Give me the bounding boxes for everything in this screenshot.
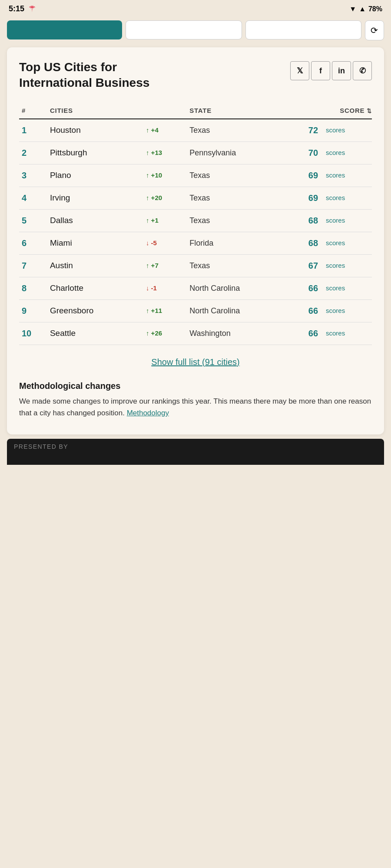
rank-cell: 1 [19, 119, 47, 142]
city-cell: Plano [47, 164, 140, 187]
state-cell: Texas [187, 119, 292, 142]
change-cell: ↑ +20 [140, 187, 187, 209]
change-cell: ↓ -1 [140, 277, 187, 299]
change-cell: ↑ +1 [140, 209, 187, 232]
scores-label-cell: scores [321, 209, 372, 232]
city-cell: Houston [47, 119, 140, 142]
city-cell: Miami [47, 232, 140, 254]
state-header: STATE [187, 103, 292, 119]
tesla-icon [28, 5, 36, 13]
rank-cell: 7 [19, 254, 47, 277]
score-cell: 68 [292, 209, 321, 232]
score-cell: 70 [292, 141, 321, 164]
table-row[interactable]: 8 Charlotte ↓ -1 North Carolina 66 score… [19, 277, 372, 299]
whatsapp-share-button[interactable]: ✆ [353, 61, 372, 80]
state-cell: North Carolina [187, 277, 292, 299]
state-cell: Texas [187, 164, 292, 187]
methodology-title: Methodological changes [19, 381, 372, 391]
table-header-row: # CITIES STATE SCORE ⇅ [19, 103, 372, 119]
change-cell: ↑ +11 [140, 299, 187, 322]
rank-cell: 10 [19, 322, 47, 345]
methodology-text: We made some changes to improve our rank… [19, 395, 372, 419]
state-cell: Florida [187, 232, 292, 254]
score-cell: 67 [292, 254, 321, 277]
score-cell: 66 [292, 277, 321, 299]
city-cell: Pittsburgh [47, 141, 140, 164]
signal-icon: ▲ [359, 5, 366, 13]
table-row[interactable]: 4 Irving ↑ +20 Texas 69 scores [19, 187, 372, 209]
methodology-link[interactable]: Methodology [127, 409, 169, 417]
tab-bar: ⟳ [0, 18, 391, 43]
score-cell: 66 [292, 322, 321, 345]
scores-label-cell: scores [321, 119, 372, 142]
facebook-share-button[interactable]: f [311, 61, 330, 80]
rank-cell: 4 [19, 187, 47, 209]
city-cell: Dallas [47, 209, 140, 232]
x-share-button[interactable]: 𝕏 [290, 61, 309, 80]
tab-inactive-2[interactable] [245, 20, 361, 39]
linkedin-share-button[interactable]: in [332, 61, 351, 80]
score-cell: 69 [292, 187, 321, 209]
state-cell: Texas [187, 187, 292, 209]
rank-cell: 3 [19, 164, 47, 187]
state-cell: North Carolina [187, 299, 292, 322]
tab-inactive-1[interactable] [126, 20, 242, 39]
show-full-list: Show full list (91 cities) [19, 357, 372, 367]
social-icons: 𝕏 f in ✆ [290, 61, 372, 80]
score-cell: 66 [292, 299, 321, 322]
change-cell: ↑ +26 [140, 322, 187, 345]
battery-display: 78% [368, 5, 382, 13]
rankings-table: # CITIES STATE SCORE ⇅ 1 Houston ↑ +4 Te… [19, 103, 372, 345]
city-cell: Greensboro [47, 299, 140, 322]
score-cell: 69 [292, 164, 321, 187]
table-row[interactable]: 1 Houston ↑ +4 Texas 72 scores [19, 119, 372, 142]
table-row[interactable]: 5 Dallas ↑ +1 Texas 68 scores [19, 209, 372, 232]
table-row[interactable]: 9 Greensboro ↑ +11 North Carolina 66 sco… [19, 299, 372, 322]
status-left: 5:15 [9, 4, 36, 13]
table-row[interactable]: 10 Seattle ↑ +26 Washington 66 scores [19, 322, 372, 345]
city-cell: Irving [47, 187, 140, 209]
change-cell: ↓ -5 [140, 232, 187, 254]
city-cell: Seattle [47, 322, 140, 345]
scores-label-cell: scores [321, 322, 372, 345]
scores-label-cell: scores [321, 277, 372, 299]
cities-header: CITIES [47, 103, 187, 119]
rank-cell: 8 [19, 277, 47, 299]
footer-area: PRESENTED BY [7, 439, 384, 465]
table-row[interactable]: 2 Pittsburgh ↑ +13 Pennsylvania 70 score… [19, 141, 372, 164]
time-display: 5:15 [9, 4, 24, 13]
state-cell: Texas [187, 209, 292, 232]
city-cell: Charlotte [47, 277, 140, 299]
wifi-icon: ▼ [349, 5, 356, 13]
rank-cell: 9 [19, 299, 47, 322]
table-row[interactable]: 7 Austin ↑ +7 Texas 67 scores [19, 254, 372, 277]
scores-label-cell: scores [321, 187, 372, 209]
change-cell: ↑ +10 [140, 164, 187, 187]
main-card: Top US Cities for International Business… [7, 47, 384, 434]
state-cell: Washington [187, 322, 292, 345]
tab-scroll[interactable]: ⟳ [365, 20, 384, 40]
change-cell: ↑ +4 [140, 119, 187, 142]
city-cell: Austin [47, 254, 140, 277]
status-right: ▼ ▲ 78% [349, 5, 382, 13]
card-title: Top US Cities for International Business [19, 59, 149, 91]
table-row[interactable]: 3 Plano ↑ +10 Texas 69 scores [19, 164, 372, 187]
rank-cell: 2 [19, 141, 47, 164]
scores-label-cell: scores [321, 254, 372, 277]
scores-label-cell: scores [321, 141, 372, 164]
score-cell: 68 [292, 232, 321, 254]
score-header: SCORE ⇅ [292, 103, 372, 119]
score-cell: 72 [292, 119, 321, 142]
footer-label: PRESENTED BY [14, 443, 68, 450]
state-cell: Pennsylvania [187, 141, 292, 164]
table-row[interactable]: 6 Miami ↓ -5 Florida 68 scores [19, 232, 372, 254]
status-bar: 5:15 ▼ ▲ 78% [0, 0, 391, 18]
state-cell: Texas [187, 254, 292, 277]
methodology-section: Methodological changes We made some chan… [19, 381, 372, 419]
scores-label-cell: scores [321, 164, 372, 187]
show-full-list-link[interactable]: Show full list (91 cities) [151, 357, 239, 367]
rank-cell: 6 [19, 232, 47, 254]
rank-cell: 5 [19, 209, 47, 232]
tab-active[interactable] [7, 20, 122, 39]
card-header: Top US Cities for International Business… [19, 59, 372, 91]
